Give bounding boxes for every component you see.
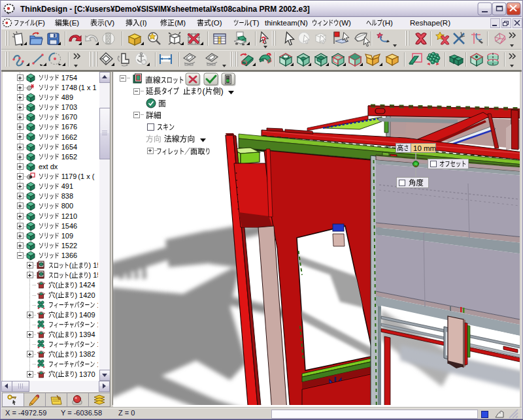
svg-text:1366: 1366 bbox=[61, 251, 77, 259]
svg-text:) 1370: ) 1370 bbox=[75, 370, 95, 378]
svg-text:(: ( bbox=[56, 370, 58, 378]
svg-text:(: ( bbox=[56, 331, 58, 338]
svg-text:) 1409: ) 1409 bbox=[75, 311, 95, 319]
svg-text:(: ( bbox=[56, 350, 58, 358]
svg-text:) 1382: ) 1382 bbox=[75, 350, 95, 358]
svg-text:(E): (E) bbox=[69, 19, 80, 27]
svg-text:(V): (V) bbox=[105, 19, 115, 27]
svg-text:838: 838 bbox=[61, 192, 73, 200]
svg-text:) 1394: ) 1394 bbox=[75, 331, 95, 338]
svg-text:Reshape(R): Reshape(R) bbox=[410, 19, 450, 27]
svg-text:ext dx: ext dx bbox=[39, 163, 58, 170]
svg-text:(O): (O) bbox=[211, 19, 222, 27]
svg-text:109: 109 bbox=[61, 232, 73, 240]
svg-text:(I): (I) bbox=[140, 19, 147, 27]
svg-text:?: ? bbox=[261, 35, 267, 45]
svg-text:ThinkDesign - [C:¥users¥Demo¥S: ThinkDesign - [C:¥users¥Demo¥SIS¥IM¥shee… bbox=[20, 5, 310, 14]
svg-text:(: ( bbox=[56, 281, 58, 289]
svg-text:800: 800 bbox=[61, 202, 73, 210]
svg-text:(: ( bbox=[69, 271, 72, 279]
svg-text:(W): (W) bbox=[339, 19, 351, 27]
svg-text:Z = 0: Z = 0 bbox=[118, 409, 135, 417]
svg-text:(: ( bbox=[56, 311, 58, 319]
svg-text:1210: 1210 bbox=[61, 212, 77, 220]
svg-text:1546: 1546 bbox=[61, 222, 77, 230]
svg-text:) 1424: ) 1424 bbox=[75, 281, 95, 289]
svg-text:(H): (H) bbox=[382, 19, 393, 27]
svg-text:1179: 1179 bbox=[61, 172, 77, 180]
svg-text:Y = -6036.58: Y = -6036.58 bbox=[61, 409, 102, 417]
svg-text:(: ( bbox=[56, 291, 58, 299]
svg-text:): ) bbox=[221, 87, 224, 96]
svg-text:(1 x 1: (1 x 1 bbox=[78, 84, 97, 91]
svg-text:489: 489 bbox=[61, 93, 73, 101]
svg-text:(F): (F) bbox=[35, 19, 45, 27]
svg-text:1670: 1670 bbox=[61, 113, 77, 121]
svg-text:1676: 1676 bbox=[61, 123, 77, 131]
svg-text:1703: 1703 bbox=[61, 103, 77, 111]
svg-text:1662: 1662 bbox=[61, 133, 77, 141]
svg-text:(T): (T) bbox=[250, 19, 260, 27]
svg-text:1748: 1748 bbox=[61, 84, 77, 91]
svg-text:1754: 1754 bbox=[61, 74, 77, 82]
svg-text:(M): (M) bbox=[175, 19, 186, 27]
svg-text:491: 491 bbox=[61, 182, 73, 190]
svg-text:1652: 1652 bbox=[61, 153, 77, 161]
svg-text:1522: 1522 bbox=[61, 242, 77, 250]
svg-text:X = -4972.59: X = -4972.59 bbox=[5, 409, 46, 417]
svg-text:10 mm: 10 mm bbox=[413, 144, 436, 152]
svg-text:(: ( bbox=[69, 261, 72, 269]
svg-text:thinkteam(N): thinkteam(N) bbox=[265, 19, 308, 27]
svg-text:(1 x (: (1 x ( bbox=[78, 172, 94, 180]
svg-text:1654: 1654 bbox=[61, 143, 77, 151]
svg-text:) 1420: ) 1420 bbox=[75, 291, 95, 299]
